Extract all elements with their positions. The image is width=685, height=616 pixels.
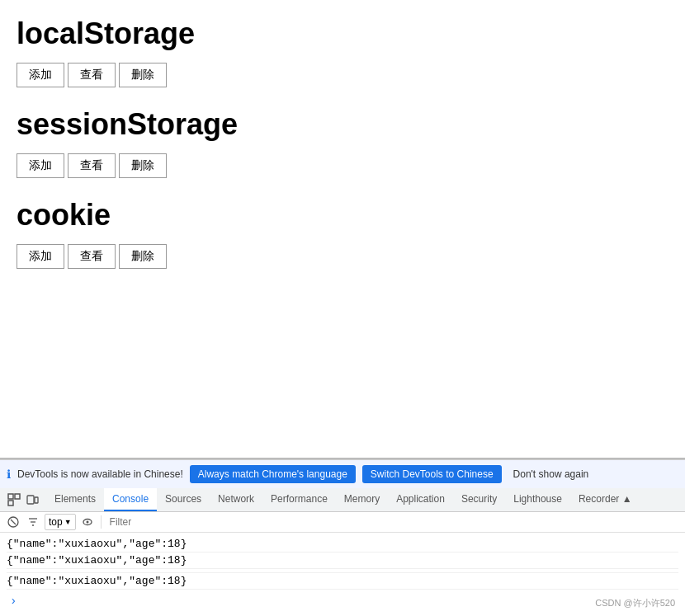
localstorage-view-button[interactable]: 查看 — [68, 63, 116, 87]
cookie-view-button[interactable]: 查看 — [68, 244, 116, 269]
localstorage-buttons: 添加 查看 删除 — [17, 63, 668, 87]
localstorage-section: localStorage 添加 查看 删除 — [17, 16, 668, 87]
svg-rect-2 — [8, 501, 13, 505]
svg-rect-3 — [27, 496, 34, 504]
context-selector[interactable]: top ▼ — [45, 514, 76, 530]
console-output: {"name":"xuxiaoxu","age":18} {"name":"xu… — [0, 533, 685, 616]
filter-input[interactable] — [106, 515, 680, 529]
svg-line-6 — [11, 520, 16, 524]
localstorage-title: localStorage — [17, 16, 668, 51]
sessionstorage-title: sessionStorage — [17, 107, 668, 142]
toolbar-divider — [101, 515, 102, 529]
console-line-text: {"name":"xuxiaoxu","age":18} — [7, 575, 187, 587]
main-content: localStorage 添加 查看 删除 sessionStorage 添加 … — [0, 0, 685, 297]
svg-point-11 — [86, 521, 88, 524]
localstorage-delete-button[interactable]: 删除 — [119, 63, 167, 87]
devtools-panel: ℹ DevTools is now available in Chinese! … — [0, 458, 685, 616]
context-label: top — [49, 516, 63, 528]
clear-console-button[interactable] — [5, 514, 21, 530]
tab-lighthouse[interactable]: Lighthouse — [505, 488, 570, 511]
sessionstorage-delete-button[interactable]: 删除 — [119, 153, 167, 178]
console-toolbar: top ▼ — [0, 512, 685, 533]
tab-network[interactable]: Network — [210, 488, 262, 511]
console-line-text: {"name":"xuxiaoxu","age":18} — [7, 554, 187, 567]
cookie-delete-button[interactable]: 删除 — [119, 244, 167, 269]
console-prompt-line: › — [7, 590, 678, 613]
switch-devtools-button[interactable]: Switch DevTools to Chinese — [362, 465, 502, 483]
console-line: {"name":"xuxiaoxu","age":18} — [7, 573, 678, 590]
console-line: {"name":"xuxiaoxu","age":18} — [7, 536, 678, 553]
devtools-tabs: Elements Console Sources Network Perform… — [0, 488, 685, 512]
notification-text: DevTools is now available in Chinese! — [17, 468, 183, 480]
svg-rect-1 — [15, 494, 20, 499]
tab-sources[interactable]: Sources — [157, 488, 210, 511]
console-line-text: {"name":"xuxiaoxu","age":18} — [7, 538, 187, 550]
svg-rect-0 — [8, 494, 13, 499]
cookie-title: cookie — [17, 198, 668, 233]
sessionstorage-section: sessionStorage 添加 查看 删除 — [17, 107, 668, 178]
tab-performance[interactable]: Performance — [262, 488, 336, 511]
sessionstorage-view-button[interactable]: 查看 — [68, 153, 116, 178]
localstorage-add-button[interactable]: 添加 — [17, 63, 64, 87]
cookie-buttons: 添加 查看 删除 — [17, 244, 668, 269]
sessionstorage-buttons: 添加 查看 删除 — [17, 153, 668, 178]
console-line: {"name":"xuxiaoxu","age":18} — [7, 553, 678, 569]
chevron-down-icon: ▼ — [64, 518, 72, 526]
console-prompt-icon: › — [7, 593, 20, 609]
tab-elements[interactable]: Elements — [46, 488, 104, 511]
devtools-tab-icons — [3, 489, 43, 510]
tab-recorder[interactable]: Recorder ▲ — [570, 488, 640, 511]
sessionstorage-add-button[interactable]: 添加 — [17, 153, 64, 178]
dont-show-button[interactable]: Don't show again — [508, 465, 594, 483]
match-language-button[interactable]: Always match Chrome's language — [190, 465, 356, 483]
cookie-add-button[interactable]: 添加 — [17, 244, 64, 269]
eye-icon-button[interactable] — [79, 514, 96, 530]
tab-console[interactable]: Console — [104, 488, 157, 511]
svg-rect-4 — [35, 497, 38, 503]
cookie-section: cookie 添加 查看 删除 — [17, 198, 668, 269]
devtools-notification-bar: ℹ DevTools is now available in Chinese! … — [0, 459, 685, 488]
tab-application[interactable]: Application — [388, 488, 453, 511]
tab-memory[interactable]: Memory — [336, 488, 388, 511]
info-icon: ℹ — [7, 468, 11, 481]
filter-icon-button[interactable] — [25, 514, 41, 530]
inspect-element-icon[interactable] — [7, 492, 21, 507]
watermark: CSDN @许小许520 — [595, 597, 675, 609]
tab-security[interactable]: Security — [453, 488, 505, 511]
device-emulation-icon[interactable] — [25, 492, 40, 507]
